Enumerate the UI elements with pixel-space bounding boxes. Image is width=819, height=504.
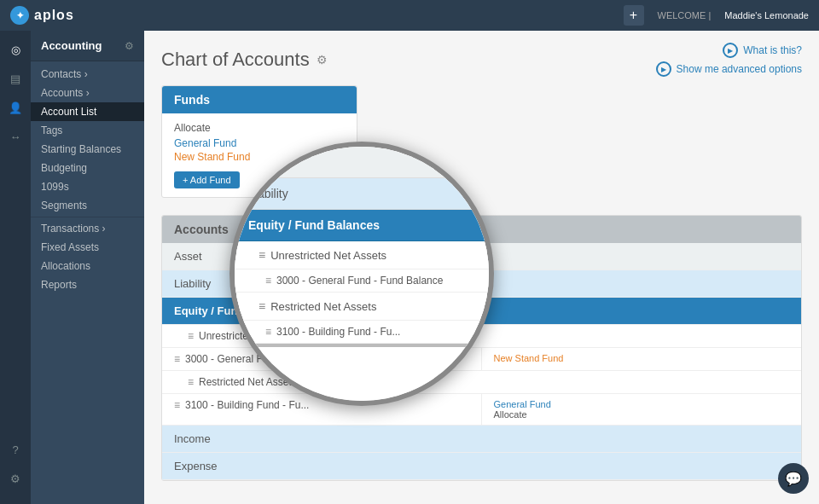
sidebar-gear-icon[interactable]: ⚙	[125, 40, 134, 52]
advanced-options-play-icon: ▶	[656, 61, 671, 77]
hamburger-icon-3100: ≡	[174, 399, 180, 411]
sidebar-item-transactions[interactable]: Transactions ›	[31, 219, 144, 238]
magnifier-restricted-row: ≡ Restricted Net Assets	[235, 293, 489, 321]
account-col-fund-3100: General Fund Allocate	[482, 394, 802, 425]
what-is-this-play-icon: ▶	[723, 43, 738, 58]
left-panel: Accounting ⚙ Contacts › Accounts › Accou…	[31, 31, 144, 504]
magnifier-unrestricted-label: Unrestricted Net Assets	[270, 249, 386, 262]
restricted-net-assets-row[interactable]: ≡ Restricted Net Assets	[162, 371, 801, 394]
magnifier-3000-label: 3000 - General Fund - Fund Balance	[276, 275, 443, 287]
user-name: Maddie's Lemonade	[724, 10, 809, 20]
top-bar: ✦ aplos + WELCOME | Maddie's Lemonade	[0, 0, 819, 31]
page-title: Chart of Accounts	[161, 49, 310, 71]
nav-icon-chart[interactable]: ▤	[3, 67, 27, 90]
magnifier-3100-label: 3100 - Building Fund - Fu...	[276, 326, 400, 338]
vertical-nav-bottom: ? ⚙	[3, 437, 27, 497]
funds-allocate-label: Allocate	[174, 122, 345, 134]
sidebar-title: Accounting	[41, 39, 102, 52]
sidebar-item-fixed-assets[interactable]: Fixed Assets	[31, 238, 144, 257]
sidebar-item-starting-balances[interactable]: Starting Balances	[31, 140, 144, 159]
magnifier-hamburger-1: ≡	[258, 248, 265, 262]
what-is-this-label: What is this?	[743, 44, 802, 56]
sidebar-item-reports[interactable]: Reports	[31, 275, 144, 294]
nav-separator	[31, 217, 144, 217]
logo-icon: ✦	[10, 6, 29, 25]
content-header: Chart of Accounts ⚙ ▶ What is this? ▶ Sh…	[144, 31, 819, 85]
magnifier-overlay: Asset Liability Equity / Fund Balances ≡…	[229, 142, 494, 406]
nav-icon-dashboard[interactable]: ◎	[3, 38, 27, 61]
hamburger-icon-3000: ≡	[174, 353, 180, 365]
nav-icon-settings[interactable]: ⚙	[3, 466, 27, 490]
add-button[interactable]: +	[624, 5, 644, 26]
magnifier-3000-row: ≡ 3000 - General Fund - Fund Balance	[235, 269, 489, 293]
what-is-this-link[interactable]: ▶ What is this?	[723, 43, 802, 58]
magnifier-equity-row: Equity / Fund Balances	[235, 210, 489, 241]
magnifier-hamburger-3: ≡	[258, 299, 265, 313]
nav-icon-help[interactable]: ?	[3, 437, 27, 461]
hamburger-icon-restricted: ≡	[188, 376, 194, 388]
magnifier-restricted-label: Restricted Net Assets	[270, 300, 376, 313]
advanced-options-label: Show me advanced options	[677, 63, 802, 75]
magnifier-liability-row: Liability	[235, 178, 489, 210]
magnifier-hamburger-2: ≡	[265, 275, 271, 287]
magnifier-divider	[235, 344, 489, 347]
vertical-nav: ◎ ▤ 👤 ↔ ? ⚙	[0, 31, 31, 504]
logo: ✦ aplos	[10, 6, 74, 25]
hamburger-icon: ≡	[188, 330, 194, 342]
allocate-tag-3100: Allocate	[494, 409, 790, 420]
help-links: ▶ What is this? ▶ Show me advanced optio…	[656, 43, 802, 77]
page-title-row: Chart of Accounts ⚙	[161, 49, 328, 71]
sidebar-item-allocations[interactable]: Allocations	[31, 257, 144, 275]
account-row-3100: ≡ 3100 - Building Fund - Fu... General F…	[162, 394, 801, 426]
general-fund-tag-3100: General Fund	[494, 399, 790, 409]
welcome-label: WELCOME |	[658, 10, 712, 20]
magnifier-hamburger-4: ≡	[265, 326, 271, 338]
logo-text: aplos	[34, 8, 74, 23]
content-area: Chart of Accounts ⚙ ▶ What is this? ▶ Sh…	[144, 31, 819, 504]
nav-items: Contacts › Accounts › Account List Tags …	[31, 61, 144, 298]
sidebar-item-accounts[interactable]: Accounts ›	[31, 84, 144, 102]
new-stand-fund-tag-3000: New Stand Fund	[494, 353, 790, 363]
funds-card-header: Funds	[162, 86, 357, 113]
general-fund-link[interactable]: General Fund	[174, 137, 345, 149]
left-panel-header: Accounting ⚙	[31, 31, 144, 61]
magnifier-3100-row: ≡ 3100 - Building Fund - Fu...	[235, 321, 489, 344]
account-type-expense[interactable]: Expense	[162, 453, 801, 480]
account-3100-row[interactable]: ≡ 3100 - Building Fund - Fu...	[174, 399, 469, 411]
sidebar-item-account-list[interactable]: Account List	[31, 102, 144, 121]
sidebar-item-contacts[interactable]: Contacts ›	[31, 65, 144, 84]
account-type-income[interactable]: Income	[162, 426, 801, 453]
main-layout: ◎ ▤ 👤 ↔ ? ⚙ Accounting ⚙ Contacts › Acco…	[0, 31, 819, 504]
sidebar-item-budgeting[interactable]: Budgeting	[31, 159, 144, 177]
sidebar-item-tags[interactable]: Tags	[31, 121, 144, 140]
add-fund-button[interactable]: + Add Fund	[174, 171, 240, 188]
chat-widget[interactable]: 💬	[778, 463, 809, 494]
sidebar-item-1099s[interactable]: 1099s	[31, 177, 144, 196]
sidebar-item-segments[interactable]: Segments	[31, 196, 144, 215]
account-3100-label: 3100 - Building Fund - Fu...	[185, 399, 309, 411]
page-title-settings-icon[interactable]: ⚙	[317, 53, 328, 67]
top-bar-right: + WELCOME | Maddie's Lemonade	[624, 5, 810, 26]
nav-icon-contacts[interactable]: 👤	[3, 96, 27, 119]
account-col-fund-3000: New Stand Fund	[482, 348, 802, 370]
show-advanced-options-link[interactable]: ▶ Show me advanced options	[656, 61, 802, 77]
magnifier-unrestricted-row: ≡ Unrestricted Net Assets	[235, 241, 489, 269]
nav-icon-transfer[interactable]: ↔	[3, 125, 27, 148]
